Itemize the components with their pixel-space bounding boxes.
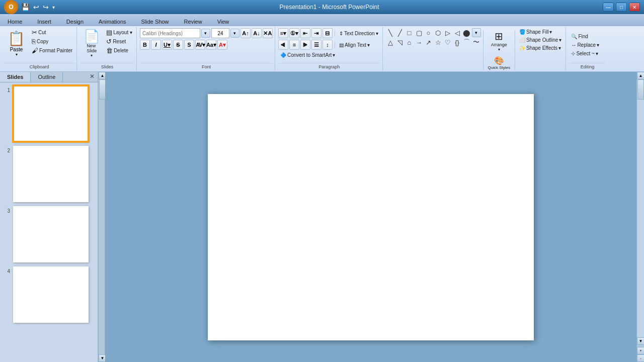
format-painter-icon: 🖌 — [32, 47, 38, 54]
font-size-dropdown[interactable]: ▾ — [230, 29, 239, 38]
align-left-btn[interactable]: ⫷ — [278, 40, 288, 50]
shape-wave[interactable]: 〜 — [472, 38, 481, 47]
shadow-btn[interactable]: S — [184, 40, 194, 50]
bold-btn[interactable]: B — [140, 40, 150, 50]
shape-pent[interactable]: ⌂ — [405, 38, 414, 47]
quick-styles-button[interactable]: 🎨 Quick Styles — [486, 54, 513, 71]
tab-home[interactable]: Home — [0, 17, 30, 26]
main-scroll-up-btn[interactable]: ▲ — [637, 72, 644, 79]
save-qa-btn[interactable]: 💾 — [20, 3, 31, 11]
minimize-button[interactable]: — — [603, 3, 614, 12]
canvas-area[interactable] — [105, 72, 636, 362]
cut-button[interactable]: ✂ Cut — [30, 28, 74, 37]
shapes-more-arrow[interactable]: ▾ — [472, 28, 481, 37]
shape-outline-button[interactable]: ⬜ Shape Outline▾ — [517, 36, 564, 44]
find-button[interactable]: 🔍 Find — [569, 33, 590, 40]
text-direction-button[interactable]: ⇕ Text Direction▾ — [337, 30, 380, 37]
panel-tab-outline[interactable]: Outline — [31, 72, 63, 82]
replace-button[interactable]: ↔ Replace▾ — [569, 41, 601, 49]
shape-more3[interactable]: ⬤ — [462, 28, 471, 37]
slide-canvas[interactable] — [208, 94, 534, 340]
restore-button[interactable]: □ — [616, 3, 627, 12]
slide-preview-4[interactable] — [13, 266, 89, 323]
qa-more-btn[interactable]: ▾ — [51, 5, 56, 10]
zoom-down-btn[interactable]: - — [637, 354, 644, 362]
line-spacing-btn[interactable]: ↕ — [323, 40, 333, 50]
shape-circle[interactable]: ○ — [424, 28, 433, 37]
increase-font-size-btn[interactable]: A↑ — [240, 28, 251, 38]
undo-qa-btn[interactable]: ↩ — [32, 3, 40, 11]
layout-button[interactable]: ▤ Layout ▾ — [104, 28, 134, 37]
panel-tab-slides[interactable]: Slides — [0, 72, 31, 82]
shape-round-rect[interactable]: ▢ — [415, 28, 424, 37]
clear-formatting-btn[interactable]: ✕A — [263, 28, 273, 38]
italic-btn[interactable]: I — [151, 40, 161, 50]
shape-more2[interactable]: ◁ — [453, 28, 462, 37]
tab-view[interactable]: View — [210, 17, 237, 26]
close-button[interactable]: ✕ — [629, 3, 640, 12]
slide-preview-1[interactable] — [13, 85, 89, 142]
tab-slideshow[interactable]: Slide Show — [134, 17, 177, 26]
shape-arr2[interactable]: ↗ — [424, 38, 433, 47]
align-right-btn[interactable]: ⫸ — [300, 40, 310, 50]
find-icon: 🔍 — [571, 34, 577, 39]
shape-effects-button[interactable]: ✨ Shape Effects▾ — [517, 44, 564, 52]
select-button[interactable]: ⊹ Select ~▾ — [569, 50, 600, 57]
shape-arr1[interactable]: → — [415, 38, 424, 47]
shape-more1[interactable]: ▷ — [443, 28, 452, 37]
format-painter-button[interactable]: 🖌 Format Painter — [30, 46, 74, 55]
zoom-up-btn[interactable]: + — [637, 347, 644, 354]
copy-button[interactable]: ⎘ Copy — [30, 37, 74, 46]
slide-preview-2[interactable] — [13, 146, 89, 202]
slide-preview-3[interactable] — [13, 206, 89, 262]
decrease-font-size-btn[interactable]: A↓ — [252, 28, 262, 38]
shape-star[interactable]: ☆ — [434, 38, 443, 47]
redo-qa-btn[interactable]: ↪ — [42, 3, 50, 11]
shape-rect[interactable]: □ — [405, 28, 414, 37]
strikethrough-btn[interactable]: S — [173, 40, 183, 50]
font-color-btn[interactable]: A▾ — [217, 40, 227, 50]
font-size-input[interactable] — [211, 28, 229, 38]
reset-button[interactable]: ↺ Reset — [104, 37, 134, 46]
shape-tri[interactable]: △ — [386, 38, 395, 47]
shape-hexagon[interactable]: ⬡ — [434, 28, 443, 37]
increase-indent-btn[interactable]: ⇥ — [311, 28, 321, 38]
copy-icon: ⎘ — [32, 38, 36, 45]
quick-access-toolbar: 💾 ↩ ↪ ▾ — [20, 3, 56, 11]
justify-btn[interactable]: ☰ — [311, 40, 321, 50]
office-button[interactable]: O — [4, 0, 18, 14]
underline-btn[interactable]: U▾ — [162, 40, 172, 50]
tab-design[interactable]: Design — [59, 17, 91, 26]
shape-brace[interactable]: {} — [453, 38, 462, 47]
change-case-btn[interactable]: Aa▾ — [206, 40, 216, 50]
tab-insert[interactable]: Insert — [30, 17, 59, 26]
convert-smartart-button[interactable]: 🔷 Convert to SmartArt▾ — [278, 51, 337, 59]
arrange-button[interactable]: ⊞ Arrange ▾ — [489, 28, 510, 53]
new-slide-button[interactable]: 📄 NewSlide ▾ — [80, 28, 103, 59]
bullets-btn[interactable]: ≡▾ — [278, 28, 288, 38]
align-center-btn[interactable]: ≡ — [289, 40, 299, 50]
numbering-btn[interactable]: ①▾ — [289, 28, 299, 38]
paste-button[interactable]: 📋 Paste ▾ — [4, 28, 29, 59]
cols-btn[interactable]: ⊟ — [323, 28, 333, 38]
font-name-dropdown[interactable]: ▾ — [201, 29, 210, 38]
shape-line2[interactable]: ╱ — [395, 28, 405, 37]
office-icon: O — [9, 4, 13, 11]
decrease-indent-btn[interactable]: ⇤ — [300, 28, 310, 38]
tab-animations[interactable]: Animations — [91, 17, 133, 26]
shape-fill-button[interactable]: 🪣 Shape Fill▾ — [517, 28, 564, 36]
char-spacing-btn[interactable]: AV▾ — [195, 40, 205, 50]
main-scroll-down-btn[interactable]: ▼ — [637, 337, 644, 345]
shape-rtri[interactable]: ◹ — [395, 38, 405, 47]
scroll-track[interactable] — [99, 79, 105, 354]
main-scroll-thumb[interactable] — [637, 79, 644, 100]
main-scroll-track[interactable] — [637, 79, 644, 337]
shape-heart[interactable]: ♡ — [443, 38, 452, 47]
align-text-button[interactable]: ▤ Align Text▾ — [337, 41, 372, 49]
shape-line[interactable]: ╲ — [386, 28, 395, 37]
panel-close-btn[interactable]: ✕ — [87, 72, 98, 82]
tab-review[interactable]: Review — [177, 17, 210, 26]
shape-curve[interactable]: ⌒ — [462, 38, 471, 47]
delete-button[interactable]: 🗑 Delete — [104, 46, 134, 55]
font-name-input[interactable] — [140, 28, 200, 38]
